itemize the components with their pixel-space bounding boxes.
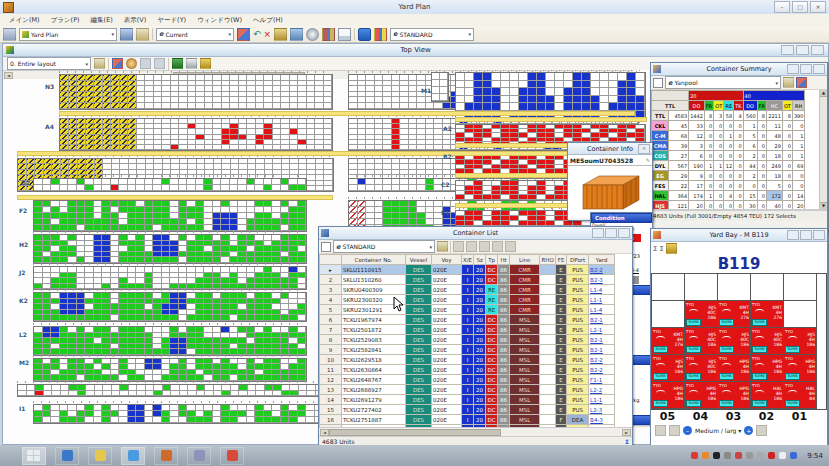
yard-block-L2-left[interactable] (33, 323, 307, 356)
yard-cell[interactable] (282, 391, 291, 397)
yard-cell[interactable] (69, 391, 78, 397)
yard-cell[interactable] (636, 96, 645, 104)
bay-slot-occupied[interactable]: TYOHPG4H186SUMB (652, 382, 685, 409)
menu-item[interactable]: 表示(V) (119, 15, 152, 26)
yard-cell[interactable] (60, 185, 69, 191)
bay-sum2-icon[interactable]: Σ (659, 245, 663, 253)
bay-slot-occupied[interactable]: TYOKMT4H276SUMB (751, 301, 784, 328)
yard-cell[interactable] (187, 417, 196, 423)
list-row[interactable]: 9TCKU2582841DES020EI20DC86MSLEPUSB2-1 (320, 345, 615, 355)
bay-slot-occupied[interactable]: TYOHJS40C186SUMB (718, 328, 751, 355)
yard-cell[interactable] (426, 103, 435, 109)
yard-location-link[interactable]: L1-1 (589, 295, 615, 305)
yard-cell[interactable] (636, 81, 645, 89)
yard-cell[interactable] (238, 185, 247, 191)
yard-cell[interactable] (154, 391, 163, 397)
yard-cell[interactable] (492, 96, 501, 104)
list-row[interactable]: 5SKRU2301291DES020EI20RE86CMREPUSL1-4 (320, 305, 615, 315)
yard-cell[interactable] (600, 96, 609, 104)
yard-cell[interactable] (281, 145, 290, 150)
yard-cell[interactable] (85, 315, 94, 321)
yard-cell[interactable] (196, 145, 205, 150)
list-header[interactable]: Vessel (406, 255, 432, 265)
yard-cell[interactable] (306, 417, 315, 423)
yard-cell[interactable] (94, 145, 103, 150)
taskbar-app-ie[interactable] (55, 447, 79, 465)
yard-cell[interactable] (528, 81, 537, 89)
bay-zoom-out-button[interactable]: – (683, 426, 692, 435)
yard-cell[interactable] (86, 391, 95, 397)
list-row[interactable]: 13TCKU2688927DES020EI20DC86MSLEPUSL2-2 (320, 385, 615, 395)
list-row[interactable]: 2SKLU1310260DES020EI20DC86CMREPUSB2-3 (320, 275, 615, 285)
yard-cell[interactable] (187, 185, 196, 191)
refresh-icon[interactable] (306, 28, 319, 41)
yard-cell[interactable] (171, 145, 180, 150)
yard-cell[interactable] (636, 88, 645, 96)
yard-cell[interactable] (609, 96, 618, 104)
yard-cell[interactable] (231, 391, 240, 397)
filter-dropdown-icon[interactable] (136, 28, 149, 41)
yard-cell[interactable] (324, 186, 333, 191)
bay-settings-icon[interactable] (756, 425, 767, 436)
list-header[interactable]: Voy (432, 255, 462, 265)
bay-slot-occupied[interactable]: TYOHJS40C186SUMB (751, 328, 784, 355)
yard-cell[interactable] (60, 375, 69, 380)
yard-cell[interactable] (426, 145, 435, 150)
yard-cell[interactable] (205, 391, 214, 397)
yard-cell[interactable] (221, 185, 230, 191)
yard-cell[interactable] (432, 94, 440, 101)
yard-cell[interactable] (609, 103, 618, 111)
yard-cell[interactable] (247, 103, 256, 109)
yard-cell[interactable] (94, 375, 103, 380)
yard-cell[interactable] (153, 375, 162, 380)
yard-cell[interactable] (591, 88, 600, 96)
list-row[interactable]: 14TCKU2691279DES020EI20DC86MSLEPUSL1-1 (320, 395, 615, 405)
yard-cell[interactable] (255, 315, 264, 321)
yard-cell[interactable] (43, 375, 52, 380)
yard-cell[interactable] (51, 375, 60, 380)
yard-cell[interactable] (492, 195, 501, 200)
yard-cell[interactable] (170, 417, 179, 423)
yard-cell[interactable] (627, 96, 636, 104)
yard-cell[interactable] (501, 195, 510, 200)
layout-dropdown-icon[interactable] (120, 28, 133, 41)
sum-icon[interactable] (154, 58, 165, 69)
yard-cell[interactable] (136, 185, 145, 191)
tray-icon[interactable] (768, 452, 775, 459)
yard-cell[interactable] (68, 315, 77, 321)
taskbar-app-browser[interactable] (220, 447, 244, 465)
list-row[interactable]: 6TCKU1967974DES020EI20DC86MSLEPUSB2-1 (320, 315, 615, 325)
menu-item[interactable]: プラン(P) (46, 15, 85, 26)
list-header[interactable]: Tp (486, 255, 498, 265)
summary-row-DYL[interactable]: DYL56719011120440249069 (652, 161, 805, 171)
list-row[interactable]: 7TCKU2501872DES020EI20DC86MSLEPUSL2-1 (320, 325, 615, 335)
yard-cell[interactable] (255, 417, 264, 423)
yard-cell[interactable] (264, 103, 273, 109)
yard-cell[interactable] (432, 80, 440, 87)
yard-cell[interactable] (383, 145, 392, 150)
yard-cell[interactable] (582, 73, 591, 81)
bay-slot-occupied[interactable]: TYOHJS4H186SUMB (652, 355, 685, 382)
taskbar-app-folder[interactable] (88, 447, 112, 465)
yard-cell[interactable] (162, 185, 171, 191)
yard-cell[interactable] (247, 315, 256, 321)
yard-cell[interactable] (456, 195, 465, 200)
yard-cell[interactable] (400, 185, 409, 191)
list-row[interactable]: 15TCKU2727402DES020EI20DC86MSLEPUSL2-3 (320, 405, 615, 415)
list-header[interactable]: RHO (540, 255, 556, 265)
yard-cell[interactable] (474, 195, 483, 200)
yard-cell[interactable] (289, 185, 298, 191)
yard-cell[interactable] (145, 375, 154, 380)
yard-cell[interactable] (145, 145, 154, 150)
yard-cell[interactable] (239, 391, 248, 397)
list-status-sum-icon[interactable]: Σ (625, 438, 629, 445)
taskbar-app-tool[interactable] (187, 447, 211, 465)
yard-cell[interactable] (272, 417, 281, 423)
yard-cell[interactable] (349, 103, 358, 109)
yard-cell[interactable] (51, 417, 60, 423)
yard-cell[interactable] (204, 185, 213, 191)
list-group-icon[interactable] (453, 241, 464, 252)
yard-cell[interactable] (307, 103, 316, 109)
yard-cell[interactable] (111, 103, 120, 109)
yard-cell[interactable] (627, 88, 636, 96)
